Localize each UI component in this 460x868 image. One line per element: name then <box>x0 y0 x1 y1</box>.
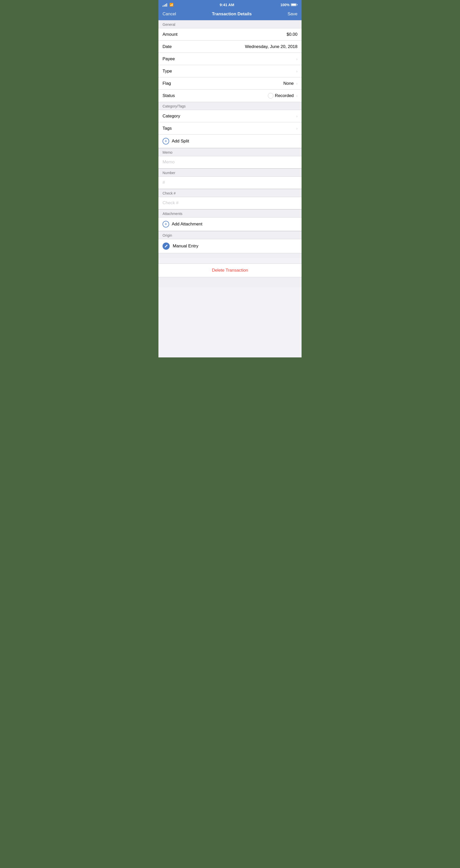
battery-percent: 100% <box>280 3 290 7</box>
status-row[interactable]: Status Recorded › <box>159 90 301 102</box>
flag-label: Flag <box>163 81 171 86</box>
origin-section: Manual Entry <box>159 239 301 253</box>
date-value: Wednesday, June 20, 2018 <box>245 44 297 49</box>
status-label: Status <box>163 93 175 98</box>
manual-entry-row: Manual Entry <box>159 239 301 253</box>
origin-section-header: Origin <box>159 231 301 239</box>
add-attachment-label: Add Attachment <box>172 222 202 227</box>
category-label: Category <box>163 114 180 119</box>
add-attachment-icon: + <box>163 221 169 227</box>
memo-input-row[interactable]: Memo <box>159 156 301 168</box>
add-split-icon: + <box>163 138 169 145</box>
attachments-section: + Add Attachment <box>159 218 301 231</box>
signal-bar-2 <box>164 5 165 7</box>
date-row: Date Wednesday, June 20, 2018 <box>159 40 301 53</box>
attachments-section-header: Attachments <box>159 209 301 218</box>
battery-icon <box>291 3 297 6</box>
general-section-header: General <box>159 20 301 28</box>
signal-bars-icon <box>163 3 167 7</box>
save-button[interactable]: Save <box>287 11 297 17</box>
manual-entry-label: Manual Entry <box>173 244 198 249</box>
tags-label: Tags <box>163 126 172 131</box>
cancel-button[interactable]: Cancel <box>163 11 176 17</box>
number-section: # <box>159 177 301 189</box>
amount-value: $0.00 <box>286 32 297 37</box>
category-tags-section-header: Category/Tags <box>159 102 301 110</box>
battery-fill <box>291 4 296 6</box>
battery-body <box>291 3 296 6</box>
nav-bar: Cancel Transaction Details Save <box>159 9 301 20</box>
status-circle-icon <box>268 93 274 98</box>
add-split-row[interactable]: + Add Split <box>159 134 301 148</box>
delete-transaction-button[interactable]: Delete Transaction <box>212 268 248 273</box>
check-section-header: Check # <box>159 189 301 197</box>
tags-row[interactable]: Tags › <box>159 122 301 134</box>
check-placeholder: Check # <box>163 200 178 205</box>
payee-row[interactable]: Payee › <box>159 53 301 65</box>
status-value: Recorded › <box>268 93 297 98</box>
add-attachment-row[interactable]: + Add Attachment <box>159 218 301 231</box>
tags-chevron-icon: › <box>296 126 297 130</box>
status-bar-right: 100% <box>280 3 297 7</box>
flag-row[interactable]: Flag None › <box>159 78 301 90</box>
number-placeholder: # <box>163 180 165 185</box>
tags-chevron: › <box>295 126 297 130</box>
bottom-spacer <box>159 253 301 258</box>
type-row[interactable]: Type › <box>159 65 301 78</box>
footer-spacer <box>159 277 301 287</box>
category-chevron-icon: › <box>296 114 297 118</box>
status-bar: 📶 9:41 AM 100% <box>159 0 301 9</box>
memo-section-header: Memo <box>159 148 301 156</box>
memo-placeholder: Memo <box>163 160 175 164</box>
payee-chevron: › <box>295 57 297 61</box>
number-input-row[interactable]: # <box>159 177 301 189</box>
payee-chevron-icon: › <box>296 57 297 61</box>
status-time: 9:41 AM <box>220 3 234 7</box>
pencil-icon <box>164 244 168 248</box>
wifi-icon: 📶 <box>169 3 174 7</box>
add-split-label: Add Split <box>172 138 189 144</box>
check-input-row[interactable]: Check # <box>159 197 301 209</box>
delete-section: Delete Transaction <box>159 264 301 277</box>
signal-bar-3 <box>165 4 166 7</box>
number-section-header: Number <box>159 168 301 177</box>
payee-label: Payee <box>163 56 175 62</box>
category-tags-section: Category › Tags › + Add Split <box>159 110 301 148</box>
phone-container: 📶 9:41 AM 100% Cancel Transaction Detail… <box>159 0 301 358</box>
signal-bar-4 <box>166 3 167 7</box>
memo-section: Memo <box>159 156 301 168</box>
check-section: Check # <box>159 197 301 209</box>
status-bar-left: 📶 <box>163 3 174 7</box>
flag-value-text: None <box>283 81 294 86</box>
manual-entry-icon <box>163 243 170 250</box>
date-label: Date <box>163 44 172 49</box>
type-chevron-icon: › <box>296 69 297 73</box>
type-label: Type <box>163 69 172 74</box>
flag-value: None › <box>283 81 297 86</box>
signal-bar-1 <box>163 6 163 7</box>
type-chevron: › <box>295 69 297 73</box>
page-title: Transaction Details <box>212 11 252 17</box>
category-row[interactable]: Category › <box>159 110 301 122</box>
amount-label: Amount <box>163 32 178 37</box>
amount-row: Amount $0.00 <box>159 28 301 40</box>
battery-tip <box>297 4 297 5</box>
status-chevron-icon: › <box>296 94 297 98</box>
category-chevron: › <box>295 114 297 118</box>
flag-chevron-icon: › <box>296 82 297 86</box>
status-value-text: Recorded <box>275 93 294 98</box>
general-section: Amount $0.00 Date Wednesday, June 20, 20… <box>159 28 301 102</box>
